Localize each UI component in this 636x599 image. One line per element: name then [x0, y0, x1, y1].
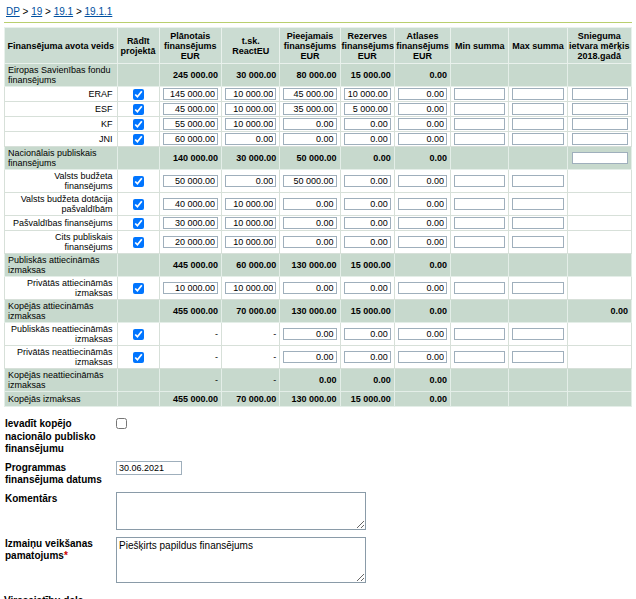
rezerves-finansejums-input[interactable]	[344, 118, 391, 130]
rezerves-finansejums-input[interactable]	[344, 236, 391, 248]
tsk-reacteu-input[interactable]	[225, 282, 276, 294]
breadcrumb-link[interactable]: 19.1.1	[85, 6, 113, 17]
radit-projekta-checkbox[interactable]	[133, 237, 144, 248]
snieguma-merkis-input[interactable]	[572, 103, 628, 115]
breadcrumb-link[interactable]: 19	[31, 6, 42, 17]
rezerves-finansejums-input[interactable]	[344, 198, 391, 210]
planotais-finansejums-input[interactable]	[163, 103, 218, 115]
justification-textarea[interactable]	[116, 537, 366, 583]
planotais-finansejums-input[interactable]	[163, 217, 218, 229]
atlases-finansejums-input[interactable]	[398, 236, 447, 248]
max-summa-input[interactable]	[512, 88, 563, 100]
radit-projekta-checkbox[interactable]	[133, 89, 144, 100]
pieejamais-finansejums-input[interactable]	[283, 351, 336, 363]
max-summa-input[interactable]	[512, 217, 563, 229]
pieejamais-finansejums-input[interactable]	[283, 175, 336, 187]
atlases-finansejums-input[interactable]	[398, 198, 447, 210]
max-summa-input[interactable]	[512, 198, 563, 210]
planotais-finansejums-input[interactable]	[163, 198, 218, 210]
rezerves-finansejums-input[interactable]	[344, 103, 391, 115]
rezerves-finansejums-input[interactable]	[344, 88, 391, 100]
atlases-finansejums-input[interactable]	[398, 118, 447, 130]
tsk-reacteu-input[interactable]	[225, 103, 276, 115]
national-public-funding-checkbox[interactable]	[116, 418, 127, 429]
atlases-finansejums-input[interactable]	[398, 133, 447, 145]
rezerves-finansejums-input[interactable]	[344, 217, 391, 229]
max-summa-cell	[509, 87, 567, 102]
pieejamais-finansejums-input[interactable]	[283, 217, 336, 229]
min-summa-input[interactable]	[454, 175, 505, 187]
min-summa-input[interactable]	[454, 198, 505, 210]
min-summa-input[interactable]	[454, 103, 505, 115]
tsk-reacteu-input[interactable]	[225, 118, 276, 130]
pieejamais-finansejums-input[interactable]	[283, 103, 336, 115]
planotais-finansejums-input[interactable]	[163, 236, 218, 248]
pieejamais-finansejums-input[interactable]	[283, 328, 336, 340]
max-summa-input[interactable]	[512, 103, 563, 115]
tsk-reacteu-input[interactable]	[225, 217, 276, 229]
planotais-finansejums-input[interactable]	[163, 175, 218, 187]
comment-textarea[interactable]	[116, 492, 366, 530]
min-summa-input[interactable]	[454, 236, 505, 248]
atlases-finansejums-input[interactable]	[398, 217, 447, 229]
tsk-reacteu-input[interactable]	[225, 133, 276, 145]
tsk-reacteu-input[interactable]	[225, 236, 276, 248]
radit-projekta-checkbox[interactable]	[133, 218, 144, 229]
snieguma-merkis-input[interactable]	[572, 133, 628, 145]
min-summa-input[interactable]	[454, 328, 505, 340]
planotais-finansejums-input[interactable]	[163, 282, 218, 294]
programme-date-input[interactable]	[116, 461, 182, 475]
radit-projekta-checkbox[interactable]	[133, 119, 144, 130]
breadcrumb-link[interactable]: DP	[6, 6, 20, 17]
finance-table: Finansējuma avota veidsRādīt projektāPlā…	[4, 27, 632, 407]
min-summa-input[interactable]	[454, 217, 505, 229]
breadcrumb-link[interactable]: 19.1	[54, 6, 73, 17]
rezerves-finansejums-input[interactable]	[344, 328, 391, 340]
planotais-finansejums-input[interactable]	[163, 88, 218, 100]
min-summa-input[interactable]	[454, 88, 505, 100]
atlases-finansejums-input[interactable]	[398, 282, 447, 294]
rezerves-finansejums-input[interactable]	[344, 133, 391, 145]
radit-projekta-checkbox[interactable]	[133, 134, 144, 145]
pieejamais-finansejums-input[interactable]	[283, 236, 336, 248]
max-summa-input[interactable]	[512, 118, 563, 130]
snieguma-merkis-input[interactable]	[572, 88, 628, 100]
pieejamais-finansejums-input[interactable]	[283, 118, 336, 130]
planotais-finansejums-input[interactable]	[163, 118, 218, 130]
min-summa-input[interactable]	[454, 133, 505, 145]
rezerves-finansejums-input[interactable]	[344, 175, 391, 187]
radit-projekta-checkbox[interactable]	[133, 199, 144, 210]
tsk-reacteu-input[interactable]	[225, 198, 276, 210]
snieguma-merkis-input[interactable]	[572, 152, 628, 164]
max-summa-input[interactable]	[512, 351, 563, 363]
rezerves-finansejums-input[interactable]	[344, 282, 391, 294]
radit-projekta-checkbox[interactable]	[133, 352, 144, 363]
max-summa-input[interactable]	[512, 282, 563, 294]
atlases-finansejums-input[interactable]	[398, 328, 447, 340]
atlases-finansejums-input[interactable]	[398, 103, 447, 115]
atlases-finansejums-input[interactable]	[398, 351, 447, 363]
max-summa-input[interactable]	[512, 236, 563, 248]
max-summa-input[interactable]	[512, 328, 563, 340]
min-summa-input[interactable]	[454, 351, 505, 363]
atlases-finansejums-input[interactable]	[398, 88, 447, 100]
radit-projekta-checkbox[interactable]	[133, 329, 144, 340]
max-summa-input[interactable]	[512, 133, 563, 145]
planotais-finansejums-input[interactable]	[163, 133, 218, 145]
min-summa-input[interactable]	[454, 282, 505, 294]
pieejamais-finansejums-input[interactable]	[283, 198, 336, 210]
radit-projekta-checkbox[interactable]	[133, 283, 144, 294]
atlases-finansejums-input[interactable]	[398, 175, 447, 187]
tsk-reacteu-cell: 30 000.00	[222, 64, 280, 87]
radit-projekta-checkbox[interactable]	[133, 176, 144, 187]
pieejamais-finansejums-input[interactable]	[283, 88, 336, 100]
pieejamais-finansejums-input[interactable]	[283, 133, 336, 145]
snieguma-merkis-input[interactable]	[572, 118, 628, 130]
radit-projekta-checkbox[interactable]	[133, 104, 144, 115]
min-summa-input[interactable]	[454, 118, 505, 130]
tsk-reacteu-input[interactable]	[225, 88, 276, 100]
rezerves-finansejums-input[interactable]	[344, 351, 391, 363]
pieejamais-finansejums-input[interactable]	[283, 282, 336, 294]
max-summa-input[interactable]	[512, 175, 563, 187]
tsk-reacteu-input[interactable]	[225, 175, 276, 187]
